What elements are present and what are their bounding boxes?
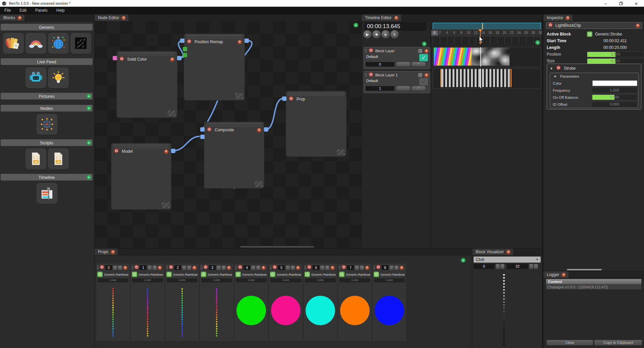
close-icon[interactable]: × bbox=[261, 266, 266, 270]
power-icon[interactable] bbox=[272, 265, 277, 271]
power-icon[interactable] bbox=[169, 265, 173, 271]
close-window-button[interactable]: × bbox=[629, 0, 644, 7]
target-icon[interactable] bbox=[235, 272, 241, 277]
connection-wire[interactable] bbox=[266, 98, 283, 129]
tab-timeline-editor[interactable]: Timeline Editor × bbox=[362, 14, 401, 21]
prop-card-5[interactable]: 5-+×Generic:Rainbow0.000 bbox=[269, 264, 303, 341]
menu-help[interactable]: Help bbox=[52, 7, 69, 14]
target-icon[interactable] bbox=[305, 272, 310, 277]
prop-card-3[interactable]: 3-+×Generic:Rainbow0.000 bbox=[200, 264, 233, 341]
connection-wire[interactable] bbox=[173, 136, 199, 151]
tab-logger[interactable]: Logger × bbox=[543, 271, 569, 278]
playhead-triangle[interactable] bbox=[478, 29, 482, 32]
close-icon[interactable]: × bbox=[227, 266, 231, 270]
add-block-button[interactable]: + bbox=[87, 94, 91, 98]
color-input-connector[interactable] bbox=[113, 56, 117, 60]
increment-button[interactable]: + bbox=[291, 266, 295, 270]
decrement-button[interactable]: - bbox=[148, 266, 152, 270]
increment-button[interactable]: + bbox=[412, 62, 426, 66]
target-icon[interactable] bbox=[201, 272, 206, 277]
increment-button[interactable]: + bbox=[325, 266, 329, 270]
node-solid-color[interactable]: Solid Color× bbox=[117, 51, 177, 118]
close-icon[interactable]: × bbox=[123, 266, 127, 270]
section-header-timeline[interactable]: Timeline+ bbox=[1, 174, 93, 181]
power-icon[interactable] bbox=[238, 265, 243, 271]
node-position-remap[interactable]: Position Remap× bbox=[184, 34, 245, 100]
layer-active-checkbox[interactable]: ✓ bbox=[419, 54, 428, 61]
add-prop-button[interactable]: + bbox=[461, 258, 466, 263]
output-connector[interactable] bbox=[245, 39, 249, 43]
increment-button[interactable]: + bbox=[256, 266, 260, 270]
tab-blocks[interactable]: Blocks × bbox=[0, 14, 24, 21]
input-connector[interactable] bbox=[282, 96, 286, 101]
rewind-button[interactable]: « bbox=[381, 30, 390, 39]
add-layer-button[interactable]: + bbox=[422, 42, 427, 46]
prop-value-field[interactable]: 0.000 bbox=[201, 278, 232, 282]
decrement-button[interactable]: - bbox=[355, 266, 359, 270]
close-icon[interactable]: × bbox=[17, 16, 22, 20]
section-header-pictures[interactable]: Pictures+ bbox=[1, 93, 93, 99]
chevron-down-icon[interactable]: ▼ bbox=[550, 67, 553, 70]
close-icon[interactable]: × bbox=[399, 266, 404, 270]
copy-to-clipboard-button[interactable]: Copy to Clipboard bbox=[594, 340, 642, 345]
prop-value-field[interactable]: 0.000 bbox=[132, 278, 163, 282]
layer-active-checkbox[interactable]: ✓ bbox=[419, 78, 428, 85]
power-icon[interactable] bbox=[187, 39, 192, 45]
increment-button[interactable]: + bbox=[153, 266, 157, 270]
power-icon[interactable] bbox=[207, 127, 212, 133]
restore-button[interactable] bbox=[613, 0, 629, 7]
increment-button[interactable]: + bbox=[412, 86, 426, 90]
layer-value-field[interactable]: 0 bbox=[366, 62, 394, 67]
power-icon[interactable] bbox=[556, 65, 561, 71]
increment-button[interactable]: + bbox=[360, 266, 364, 270]
prop-card-4[interactable]: 4-+×Generic:Rainbow0.000 bbox=[234, 264, 268, 341]
close-icon[interactable]: × bbox=[237, 40, 242, 44]
clip-header-bar[interactable]: LightBlockClip × bbox=[546, 22, 642, 29]
timeline-range-bar[interactable] bbox=[433, 23, 541, 30]
target-icon[interactable] bbox=[270, 272, 275, 277]
target-icon[interactable] bbox=[132, 272, 137, 277]
field-value[interactable]: 00:00:02.411 bbox=[587, 39, 643, 43]
resize-grip[interactable] bbox=[168, 111, 176, 116]
prop-card-1[interactable]: 1-+×Generic:Rainbow0.000 bbox=[131, 264, 164, 341]
output-connector[interactable] bbox=[264, 127, 268, 132]
drag-handle[interactable] bbox=[270, 266, 271, 270]
power-icon[interactable] bbox=[548, 22, 553, 28]
power-icon[interactable] bbox=[341, 265, 346, 271]
power-icon[interactable] bbox=[119, 56, 124, 62]
prop-index-field[interactable]: 7 bbox=[347, 265, 354, 270]
decrement-button[interactable]: - bbox=[389, 266, 393, 270]
section-header-nodes[interactable]: Nodes+ bbox=[1, 105, 93, 112]
clip-strobe-pattern[interactable] bbox=[440, 69, 512, 87]
decrement-button[interactable]: - bbox=[182, 266, 186, 270]
target-icon[interactable] bbox=[97, 272, 103, 277]
node-model[interactable]: Model× bbox=[111, 143, 171, 209]
prop-value-field[interactable]: 0.000 bbox=[374, 278, 405, 282]
log-column-header[interactable]: Content bbox=[546, 279, 641, 284]
drag-handle[interactable] bbox=[235, 266, 237, 270]
timeline-track-1[interactable] bbox=[433, 47, 541, 67]
decrement-button[interactable]: - bbox=[217, 266, 221, 270]
prop-card-6[interactable]: 6-+×Generic:Rainbow0.000 bbox=[304, 264, 337, 341]
output-connector[interactable] bbox=[177, 56, 181, 60]
power-icon[interactable] bbox=[307, 265, 312, 271]
connection-wire[interactable] bbox=[178, 41, 183, 58]
input-connector[interactable] bbox=[200, 135, 205, 139]
add-node-button[interactable]: + bbox=[354, 23, 358, 27]
minimize-button[interactable]: – bbox=[598, 0, 613, 7]
power-icon[interactable] bbox=[203, 265, 208, 271]
power-icon[interactable] bbox=[100, 265, 104, 271]
drag-handle[interactable] bbox=[339, 266, 340, 270]
drag-handle[interactable] bbox=[97, 266, 99, 270]
node-canvas[interactable]: Solid Color×Position Remap×Model×Composi… bbox=[95, 21, 362, 249]
add-block-button[interactable]: + bbox=[87, 140, 91, 145]
strobe-header[interactable]: ▼ Strobe bbox=[550, 65, 576, 71]
prop-value-field[interactable]: 0.000 bbox=[98, 278, 128, 282]
prop-index-field[interactable]: 1 bbox=[140, 265, 147, 270]
add-clip-button[interactable]: + bbox=[535, 40, 540, 45]
horizontal-scrollbar[interactable] bbox=[567, 269, 602, 270]
prop-value-field[interactable]: 0.000 bbox=[339, 278, 370, 282]
close-icon[interactable]: × bbox=[394, 16, 398, 20]
field-value[interactable]: 00:00:20.000 bbox=[587, 45, 643, 50]
layer-card-1[interactable]: Block Layer 1×Default✓1-+ bbox=[364, 71, 430, 93]
